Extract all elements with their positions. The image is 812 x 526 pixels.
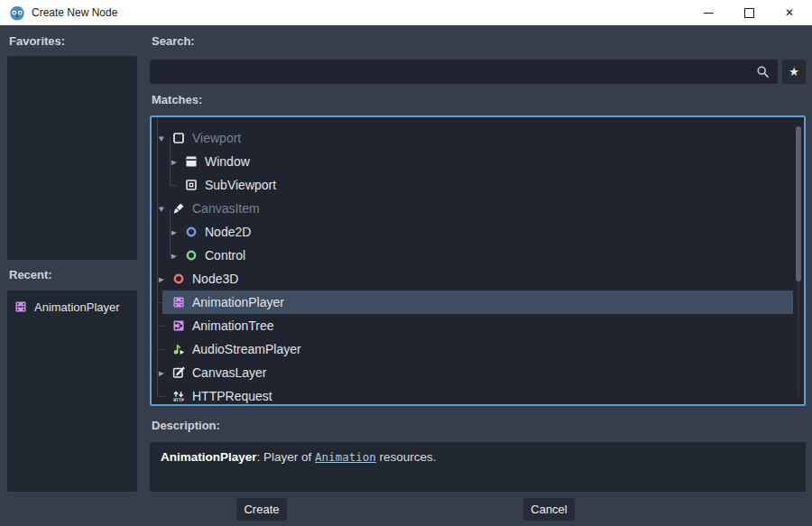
tree-rows: ▾ Viewport ▸ Window SubViewport ▾ Canvas…: [152, 126, 804, 406]
search-box: [150, 60, 778, 84]
matches-label: Matches:: [152, 93, 202, 106]
tree-item-label: Window: [205, 154, 250, 169]
favorite-toggle-button[interactable]: ★: [782, 60, 806, 84]
animation-player-icon: [171, 295, 186, 309]
create-button[interactable]: Create: [236, 498, 287, 521]
http-request-icon: HTTP: [171, 389, 186, 403]
tree-item-control[interactable]: ▸ Control: [152, 244, 793, 267]
animation-tree-icon: [171, 318, 186, 333]
search-icon: [755, 64, 770, 79]
audio-stream-player-icon: [171, 342, 186, 356]
subviewport-icon: [184, 178, 198, 192]
tree-item-node3d[interactable]: ▸ Node3D: [152, 267, 793, 291]
maximize-button[interactable]: [734, 0, 763, 25]
star-icon: ★: [789, 65, 799, 78]
tree-item-label: CanvasLayer: [192, 365, 267, 380]
chevron-right-icon[interactable]: ▸: [159, 361, 171, 384]
tree-item-label: AnimationPlayer: [192, 295, 284, 309]
tree-item-viewport[interactable]: ▾ Viewport: [152, 126, 793, 150]
maximize-icon: [744, 8, 754, 18]
svg-text:HTTP: HTTP: [173, 398, 184, 402]
create-new-node-dialog: Create New Node ✕ Favorites: Recent: Ani…: [0, 0, 812, 526]
chevron-right-icon[interactable]: ▸: [159, 267, 171, 291]
animation-player-icon: [14, 300, 28, 314]
tree-item-label: Viewport: [192, 131, 241, 145]
minimize-icon: [704, 13, 714, 14]
canvas-layer-icon: [171, 365, 186, 380]
window-title: Create New Node: [32, 0, 117, 25]
tree-item-canvasitem[interactable]: ▾ CanvasItem: [152, 197, 793, 220]
recent-label: Recent:: [9, 268, 52, 281]
scrollbar-thumb[interactable]: [796, 126, 801, 281]
description-text: AnimationPlayer: Player of Animation res…: [150, 442, 806, 472]
tree-item-label: CanvasItem: [192, 201, 260, 216]
tree-item-audiostreamplayer[interactable]: AudioStreamPlayer: [152, 337, 793, 361]
chevron-right-icon[interactable]: ▸: [171, 220, 184, 244]
chevron-down-icon[interactable]: ▾: [159, 197, 171, 220]
viewport-icon: [171, 131, 186, 145]
recent-item-animationplayer[interactable]: AnimationPlayer: [7, 295, 137, 318]
tree-item-canvaslayer[interactable]: ▸ CanvasLayer: [152, 361, 793, 384]
tree-item-label: HTTPRequest: [192, 389, 272, 403]
description-panel: AnimationPlayer: Player of Animation res…: [150, 442, 806, 492]
description-class-name: AnimationPlayer: [161, 450, 257, 464]
node3d-icon: [171, 272, 186, 286]
description-post-text: resources.: [376, 450, 437, 464]
tree-item-animationtree[interactable]: AnimationTree: [152, 314, 793, 337]
chevron-right-icon[interactable]: ▸: [171, 150, 184, 173]
tree-item-label: AnimationTree: [192, 318, 274, 333]
godot-logo-icon: [8, 4, 26, 22]
tree-item-label: Node2D: [205, 225, 251, 239]
tree-item-subviewport[interactable]: SubViewport: [152, 173, 793, 197]
description-label: Description:: [152, 419, 220, 432]
node2d-icon: [184, 225, 198, 239]
animation-doc-link[interactable]: Animation: [315, 450, 376, 464]
description-pre-text: : Player of: [257, 450, 316, 464]
tree-item-httprequest[interactable]: HTTP HTTPRequest: [152, 384, 793, 406]
close-icon: ✕: [785, 6, 794, 19]
matches-tree: ▾ Viewport ▸ Window SubViewport ▾ Canvas…: [150, 115, 806, 406]
search-label: Search:: [152, 34, 195, 48]
tree-item-label: Control: [205, 248, 245, 263]
canvas-item-icon: [171, 201, 186, 216]
favorites-list: [7, 56, 137, 260]
chevron-down-icon[interactable]: ▾: [159, 126, 171, 150]
window-titlebar: Create New Node ✕: [0, 0, 812, 25]
window-icon: [184, 154, 198, 169]
recent-item-label: AnimationPlayer: [34, 300, 120, 314]
close-button[interactable]: ✕: [775, 0, 804, 25]
tree-item-label: SubViewport: [205, 178, 276, 192]
minimize-button[interactable]: [694, 0, 723, 25]
tree-item-window[interactable]: ▸ Window: [152, 150, 793, 173]
cancel-button[interactable]: Cancel: [523, 498, 575, 521]
recent-list: AnimationPlayer: [7, 291, 137, 492]
search-input[interactable]: [157, 60, 747, 86]
tree-item-node2d[interactable]: ▸ Node2D: [152, 220, 793, 244]
favorites-label: Favorites:: [9, 34, 65, 48]
chevron-right-icon[interactable]: ▸: [171, 244, 184, 267]
tree-item-animationplayer[interactable]: AnimationPlayer: [152, 291, 793, 314]
tree-item-label: Node3D: [192, 272, 238, 286]
tree-item-label: AudioStreamPlayer: [192, 342, 301, 356]
control-icon: [184, 248, 198, 263]
